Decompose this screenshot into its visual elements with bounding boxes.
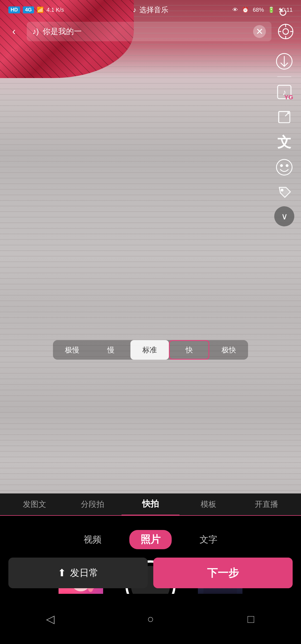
svg-point-14	[276, 159, 292, 175]
nav-back-button[interactable]: ◁	[33, 608, 67, 630]
svg-point-16	[286, 164, 288, 167]
back-button[interactable]: ‹	[6, 23, 22, 40]
eye-icon: 👁	[232, 7, 238, 13]
speed-slow[interactable]: 慢	[92, 340, 130, 360]
status-bar: HD 4G 📶 4.1 K/s ♪ 选择音乐 👁 ⏰ 68% 🔋 10:11	[0, 0, 301, 20]
music-search-icon: ♪)	[32, 27, 39, 36]
toolbar-divider	[277, 76, 291, 77]
more-tools-button[interactable]: ∨	[274, 206, 294, 226]
svg-point-15	[280, 164, 283, 167]
sticker-icon	[275, 158, 294, 177]
tab-live[interactable]: 开直播	[237, 493, 295, 515]
chevron-down-icon: ∨	[281, 211, 288, 222]
refresh-button[interactable]: ↻	[273, 3, 293, 22]
tab-template[interactable]: 模板	[179, 493, 237, 515]
clear-icon: ✕	[256, 26, 263, 37]
speed-text: 4.1 K/s	[47, 7, 64, 13]
nav-back-icon: ◁	[46, 612, 55, 625]
music-title-text: 选择音乐	[139, 5, 168, 15]
post-daily-label: 发日常	[70, 566, 98, 579]
music-style-button[interactable]: ♪ YG	[273, 81, 295, 103]
bottom-tabs: 发图文 分段拍 快拍 模板 开直播	[0, 493, 301, 516]
svg-point-17	[281, 189, 283, 192]
settings-button[interactable]	[276, 22, 295, 41]
hd-badge: HD	[8, 6, 20, 13]
status-left: HD 4G 📶 4.1 K/s	[8, 6, 64, 13]
music-note-icon: ♪	[133, 6, 137, 14]
nav-recent-button[interactable]: □	[234, 608, 268, 630]
alarm-icon: ⏰	[242, 6, 249, 13]
search-clear-button[interactable]: ✕	[253, 25, 266, 38]
music-title: ♪ 选择音乐	[133, 5, 168, 15]
mode-tabs: 视频 照片 文字	[0, 530, 301, 549]
mode-video[interactable]: 视频	[78, 531, 107, 549]
tab-segment[interactable]: 分段拍	[64, 493, 122, 515]
top-bar: ‹ ♪) 你是我的一 ✕	[0, 19, 301, 44]
tab-quick-shoot[interactable]: 快拍	[122, 493, 179, 515]
refresh-icon: ↻	[278, 6, 288, 19]
crop-icon	[275, 108, 293, 126]
import-button[interactable]	[273, 50, 295, 72]
mode-photo[interactable]: 照片	[129, 530, 172, 549]
system-nav: ◁ ○ □	[0, 594, 301, 644]
next-button[interactable]: 下一步	[153, 558, 293, 588]
speed-normal[interactable]: 标准	[130, 340, 169, 360]
text-button[interactable]: 文	[273, 131, 295, 153]
mode-text[interactable]: 文字	[194, 531, 223, 549]
svg-text:YG: YG	[284, 94, 293, 101]
right-toolbar: ♪ YG 文 ∨	[273, 50, 295, 226]
text-icon: 文	[277, 133, 291, 152]
speed-very-slow[interactable]: 极慢	[53, 340, 92, 360]
crop-button[interactable]	[273, 106, 295, 128]
search-box[interactable]: ♪) 你是我的一 ✕	[27, 22, 271, 41]
nav-recent-icon: □	[247, 613, 254, 625]
speed-fast[interactable]: 快	[169, 340, 209, 360]
sticker-button[interactable]	[273, 156, 295, 178]
battery-text: 68%	[253, 7, 264, 13]
music-style-icon: ♪ YG	[275, 83, 293, 101]
signal-icon: 📶	[37, 6, 44, 13]
back-icon: ‹	[12, 26, 16, 37]
search-text[interactable]: 你是我的一	[43, 26, 249, 37]
action-bar: ⬆ 发日常 下一步	[0, 558, 301, 588]
tag-icon	[275, 183, 293, 201]
post-daily-button[interactable]: ⬆ 发日常	[8, 558, 148, 588]
import-icon	[275, 52, 293, 70]
nav-home-icon: ○	[147, 613, 154, 625]
camera-viewfinder	[0, 0, 301, 513]
next-label: 下一步	[207, 566, 239, 580]
upload-icon: ⬆	[58, 567, 66, 579]
speed-very-fast[interactable]: 极快	[209, 340, 248, 360]
nav-home-button[interactable]: ○	[134, 608, 167, 630]
tab-post-image[interactable]: 发图文	[6, 493, 64, 515]
tag-button[interactable]	[273, 181, 295, 204]
speed-selector: 极慢 慢 标准 快 极快	[53, 340, 248, 360]
4g-badge: 4G	[23, 6, 34, 13]
settings-icon	[277, 23, 294, 40]
svg-point-1	[283, 29, 288, 34]
